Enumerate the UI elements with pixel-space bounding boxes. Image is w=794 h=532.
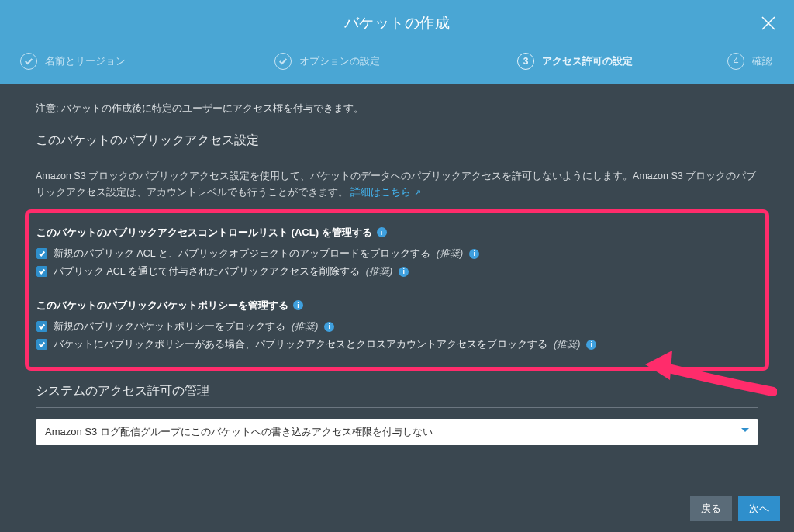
wizard-stepper: 名前とリージョン オプションの設定 3 アクセス許可の設定 4 確認 [0, 47, 794, 84]
step-label: 確認 [752, 54, 772, 68]
recommended-tag: (推奨) [437, 247, 463, 261]
step-label: 名前とリージョン [45, 54, 126, 68]
option-label: バケットにパブリックポリシーがある場合、パブリックアクセスとクロスアカウントアク… [54, 338, 547, 351]
step-number: 4 [727, 53, 744, 70]
policy-heading-text: このバケットのパブリックバケットポリシーを管理する [36, 299, 288, 313]
check-icon [20, 53, 37, 70]
policy-heading: このバケットのパブリックバケットポリシーを管理する i [36, 299, 756, 313]
next-button[interactable]: 次へ [738, 496, 780, 521]
option-label: パブリック ACL を通じて付与されたパブリックアクセスを削除する [54, 265, 360, 278]
acl-heading-text: このバケットのパブリックアクセスコントロールリスト (ACL) を管理する [36, 226, 372, 240]
info-icon[interactable]: i [377, 227, 387, 237]
log-delivery-dropdown[interactable]: Amazon S3 ログ配信グループにこのバケットへの書き込みアクセス権限を付与… [36, 419, 758, 445]
acl-heading: このバケットのパブリックアクセスコントロールリスト (ACL) を管理する i [36, 226, 756, 240]
back-button[interactable]: 戻る [690, 496, 732, 521]
close-icon[interactable] [760, 15, 777, 32]
modal-body: 注意: バケットの作成後に特定のユーザーにアクセス権を付与できます。 このバケッ… [0, 84, 794, 532]
check-icon [274, 53, 292, 70]
step-number: 3 [517, 53, 534, 70]
modal-footer: 戻る 次へ [690, 496, 780, 521]
policy-option-block-new: 新規のパブリックバケットポリシーをブロックする (推奨) i [36, 320, 756, 333]
info-icon[interactable]: i [293, 300, 303, 310]
policy-option-block-cross: バケットにパブリックポリシーがある場合、パブリックアクセスとクロスアカウントアク… [36, 338, 756, 351]
info-icon[interactable]: i [324, 322, 334, 332]
info-icon[interactable]: i [586, 340, 596, 350]
divider [36, 475, 758, 475]
info-icon[interactable]: i [469, 249, 479, 259]
dropdown-selected-value: Amazon S3 ログ配信グループにこのバケットへの書き込みアクセス権限を付与… [45, 425, 433, 439]
learn-more-link[interactable]: 詳細はこちら [350, 187, 420, 198]
step-name-region[interactable]: 名前とリージョン [20, 53, 126, 70]
checkbox[interactable] [36, 266, 47, 277]
acl-option-block-new: 新規のパブリック ACL と、パブリックオブジェクトのアップロードをブロックする… [36, 247, 756, 261]
checkbox[interactable] [36, 248, 47, 259]
recommended-tag: (推奨) [554, 338, 580, 351]
notice-text: 注意: バケットの作成後に特定のユーザーにアクセス権を付与できます。 [36, 102, 758, 116]
checkbox[interactable] [36, 339, 47, 350]
highlighted-settings-box: このバケットのパブリックアクセスコントロールリスト (ACL) を管理する i … [25, 209, 769, 371]
step-label: アクセス許可の設定 [542, 54, 633, 68]
info-icon[interactable]: i [399, 267, 409, 277]
step-permissions[interactable]: 3 アクセス許可の設定 [517, 53, 633, 70]
step-label: オプションの設定 [299, 54, 380, 68]
chevron-down-icon [741, 428, 749, 436]
option-label: 新規のパブリックバケットポリシーをブロックする [54, 320, 285, 333]
create-bucket-modal: バケットの作成 名前とリージョン オプションの設定 3 アクセス許可の設定 4 … [0, 0, 794, 532]
recommended-tag: (推奨) [366, 265, 392, 278]
system-permissions-title: システムのアクセス許可の管理 [36, 383, 758, 408]
recommended-tag: (推奨) [292, 320, 318, 333]
modal-title: バケットの作成 [344, 13, 451, 33]
acl-option-remove-public: パブリック ACL を通じて付与されたパブリックアクセスを削除する (推奨) i [36, 265, 756, 278]
step-options[interactable]: オプションの設定 [274, 53, 380, 70]
checkbox[interactable] [36, 321, 47, 332]
step-review[interactable]: 4 確認 [727, 53, 772, 70]
option-label: 新規のパブリック ACL と、パブリックオブジェクトのアップロードをブロックする [54, 247, 430, 261]
modal-header: バケットの作成 [0, 0, 794, 47]
public-access-title: このバケットのパブリックアクセス設定 [36, 133, 758, 157]
public-access-description: Amazon S3 ブロックのパブリックアクセス設定を使用して、バケットのデータ… [36, 168, 758, 202]
